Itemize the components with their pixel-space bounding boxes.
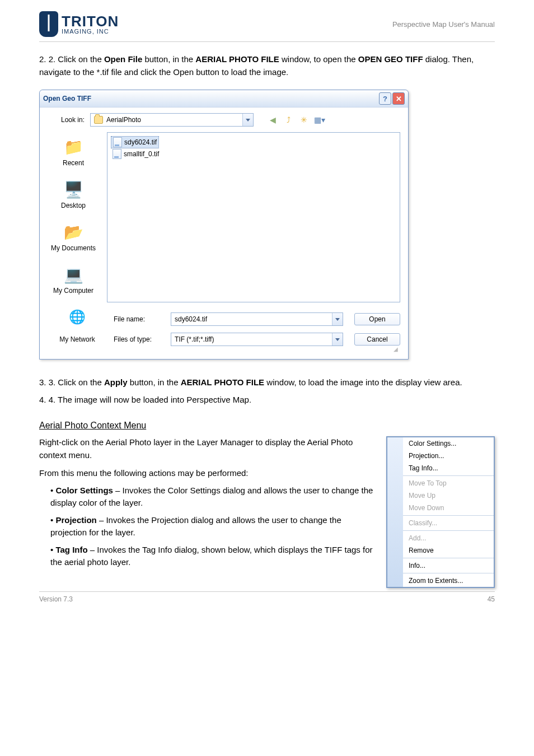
file-name-label: File name: — [114, 315, 164, 323]
context-menu-separator — [403, 475, 494, 476]
recent-folder-icon: 📁 — [62, 137, 85, 157]
dialog-title: Open Geo TIFF — [43, 95, 91, 102]
tif-file-icon — [113, 137, 122, 147]
look-in-label: Look in: — [45, 116, 85, 124]
context-menu-separator — [403, 530, 494, 531]
place-my-documents[interactable]: 📂 My Documents — [51, 222, 96, 252]
context-menu-item[interactable]: Info... — [403, 559, 494, 572]
resize-grip-icon[interactable]: ◢ — [48, 346, 400, 352]
file-name-combo[interactable]: sdy6024.tif — [171, 312, 343, 326]
step-2-paragraph: 2. 2. Click on the Open File button, in … — [39, 53, 495, 78]
context-menu-item[interactable]: Zoom to Extents... — [403, 575, 494, 587]
open-geo-tiff-dialog: Open Geo TIFF ? ✕ Look in: AerialPhoto ◀ — [39, 90, 409, 360]
logo-shield-icon — [39, 11, 58, 37]
chevron-down-icon[interactable] — [332, 333, 343, 346]
footer-page: 45 — [488, 595, 495, 603]
context-menu-item: Move Down — [403, 502, 494, 514]
chevron-down-icon[interactable] — [242, 114, 253, 126]
view-menu-icon[interactable]: ▦▾ — [314, 114, 325, 125]
close-button[interactable]: ✕ — [392, 92, 405, 105]
section-heading: Aerial Photo Context Menu — [39, 421, 495, 431]
context-menu-item[interactable]: Tag Info... — [403, 462, 494, 474]
look-in-combo[interactable]: AerialPhoto — [90, 113, 254, 127]
places-bar: 📁 Recent 🖥️ Desktop 📂 My Documents 💻 My … — [40, 132, 107, 302]
context-menu-item[interactable]: Projection... — [403, 450, 494, 462]
context-menu-item: Move Up — [403, 489, 494, 502]
my-network-icon: 🌐 — [66, 307, 88, 327]
file-list-pane[interactable]: sdy6024.tif smalltif_0.tif — [107, 132, 400, 302]
look-in-value: AerialPhoto — [106, 116, 141, 124]
file-type-value: TIF (*.tif;*.tiff) — [175, 335, 214, 343]
back-icon[interactable]: ◀ — [267, 114, 278, 125]
context-menu-item: Classify... — [403, 517, 494, 529]
new-folder-icon[interactable]: ✳ — [298, 114, 310, 125]
dialog-titlebar: Open Geo TIFF ? ✕ — [40, 90, 408, 108]
file-item-selected[interactable]: sdy6024.tif — [111, 136, 159, 148]
chevron-down-icon[interactable] — [332, 313, 343, 325]
file-item[interactable]: smalltif_0.tif — [111, 148, 161, 160]
context-menu-separator — [403, 573, 494, 573]
up-folder-icon[interactable]: ⤴ — [283, 114, 294, 125]
document-title: Perspective Map User's Manual — [392, 20, 495, 29]
place-recent[interactable]: 📁 Recent — [62, 137, 85, 167]
context-menu-item[interactable]: Color Settings... — [403, 437, 494, 450]
footer-version: Version 7.3 — [39, 595, 73, 603]
context-menu-separator — [403, 515, 494, 516]
my-computer-icon: 💻 — [62, 264, 85, 284]
place-desktop[interactable]: 🖥️ Desktop — [61, 179, 86, 209]
page-header: TRITON IMAGING, INC Perspective Map User… — [39, 11, 495, 42]
tif-file-icon — [113, 149, 121, 159]
context-menu-item: Add... — [403, 532, 494, 544]
help-button[interactable]: ? — [379, 92, 391, 105]
logo: TRITON IMAGING, INC — [39, 11, 119, 37]
context-menu-item[interactable]: Remove — [403, 544, 494, 557]
folder-icon — [94, 116, 103, 124]
context-menu-separator — [403, 558, 494, 558]
logo-main-text: TRITON — [62, 14, 119, 29]
file-type-combo[interactable]: TIF (*.tif;*.tiff) — [171, 333, 343, 346]
step-4-paragraph: 4. 4. The image will now be loaded into … — [39, 394, 495, 407]
cancel-button[interactable]: Cancel — [354, 333, 400, 346]
context-menu-gutter — [387, 437, 403, 587]
place-my-computer[interactable]: 💻 My Computer — [53, 264, 93, 295]
my-documents-icon: 📂 — [62, 222, 85, 242]
step-3-paragraph: 3. 3. Click on the Apply button, in the … — [39, 376, 495, 389]
context-menu-item: Move To Top — [403, 477, 494, 489]
file-name-value: sdy6024.tif — [175, 315, 207, 323]
place-my-network[interactable]: 🌐 — [48, 307, 107, 327]
desktop-icon: 🖥️ — [62, 179, 85, 199]
file-type-label: Files of type: — [114, 335, 164, 343]
open-button[interactable]: Open — [354, 313, 400, 325]
my-network-label: My Network — [48, 335, 107, 343]
aerial-photo-context-menu: Color Settings...Projection...Tag Info..… — [386, 436, 495, 588]
page-footer: Version 7.3 45 — [39, 591, 495, 603]
